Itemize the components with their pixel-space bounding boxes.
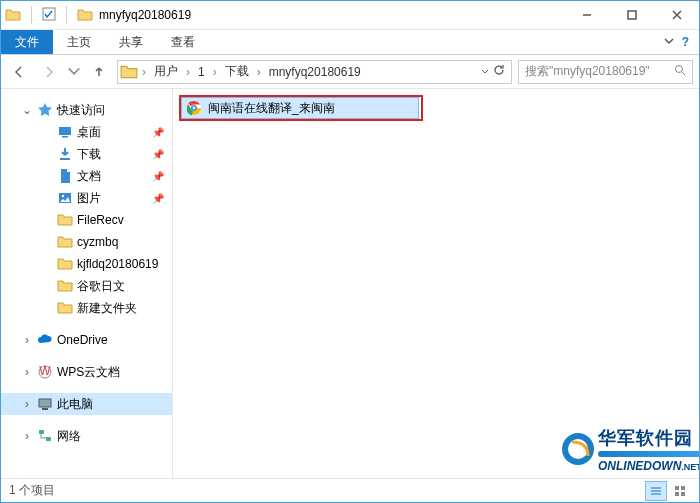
sidebar-item-label: 此电脑 [57, 396, 93, 413]
close-button[interactable] [654, 1, 699, 29]
wps-icon: W [37, 364, 53, 380]
sidebar-item-label: 网络 [57, 428, 81, 445]
sidebar-quick-access[interactable]: ⌄ 快速访问 [1, 99, 172, 121]
tab-share[interactable]: 共享 [105, 30, 157, 54]
quick-access-toolbar [1, 6, 77, 24]
tab-home[interactable]: 主页 [53, 30, 105, 54]
watermark-text-net: .NET [681, 462, 700, 472]
svg-point-11 [62, 195, 64, 197]
sidebar-item-label: 桌面 [77, 124, 101, 141]
search-icon[interactable] [674, 64, 686, 79]
svg-point-20 [193, 107, 196, 110]
sidebar-item-label: cyzmbq [77, 235, 118, 249]
forward-button[interactable] [37, 60, 61, 84]
sidebar-folder-cyzmbq[interactable]: cyzmbq [1, 231, 172, 253]
tab-view[interactable]: 查看 [157, 30, 209, 54]
chevron-down-icon[interactable] [664, 35, 674, 49]
sidebar-item-label: FileRecv [77, 213, 124, 227]
chevron-right-icon[interactable]: › [184, 65, 192, 79]
sidebar-item-label: WPS云文档 [57, 364, 120, 381]
chevron-right-icon[interactable]: › [140, 65, 148, 79]
picture-icon [57, 190, 73, 206]
watermark-text-cn: 华军软件园 [598, 426, 700, 450]
file-tab[interactable]: 文件 [1, 30, 53, 54]
pin-icon: 📌 [152, 149, 164, 160]
status-text: 1 个项目 [9, 482, 55, 499]
folder-icon [5, 7, 21, 23]
icons-view-button[interactable] [669, 481, 691, 501]
title-bar: mnyfyq20180619 [1, 1, 699, 30]
cloud-icon [37, 332, 53, 348]
sidebar-item-label: 下载 [77, 146, 101, 163]
sidebar-item-label: 文档 [77, 168, 101, 185]
folder-icon [57, 212, 73, 228]
chevron-right-icon[interactable]: › [21, 429, 33, 443]
watermark-text-en: ONLINEDOWN [598, 459, 681, 473]
details-view-button[interactable] [645, 481, 667, 501]
chevron-down-icon[interactable] [481, 65, 489, 79]
pin-icon: 📌 [152, 171, 164, 182]
chevron-right-icon[interactable]: › [21, 397, 33, 411]
sidebar-onedrive[interactable]: › OneDrive [1, 329, 172, 351]
svg-rect-9 [60, 158, 70, 160]
crumb-downloads[interactable]: 下载 [219, 63, 255, 80]
sidebar-documents[interactable]: 文档 📌 [1, 165, 172, 187]
crumb-current[interactable]: mnyfyq20180619 [263, 65, 367, 79]
watermark-logo: 华军软件园 ONLINEDOWN.NET [560, 422, 695, 476]
svg-rect-16 [39, 430, 44, 434]
svg-line-6 [682, 72, 685, 75]
breadcrumb[interactable]: › 用户 › 1 › 下载 › mnyfyq20180619 [117, 60, 512, 84]
network-icon [37, 428, 53, 444]
document-icon [57, 168, 73, 184]
sidebar-folder-filerecv[interactable]: FileRecv [1, 209, 172, 231]
chevron-down-icon[interactable]: ⌄ [21, 103, 33, 117]
maximize-button[interactable] [609, 1, 654, 29]
sidebar-pictures[interactable]: 图片 📌 [1, 187, 172, 209]
folder-icon [57, 300, 73, 316]
svg-rect-7 [59, 127, 71, 135]
folder-icon [120, 63, 138, 81]
chevron-right-icon[interactable]: › [255, 65, 263, 79]
svg-rect-14 [39, 399, 51, 407]
back-button[interactable] [7, 60, 31, 84]
pin-icon: 📌 [152, 193, 164, 204]
folder-icon [57, 256, 73, 272]
chevron-right-icon[interactable]: › [21, 333, 33, 347]
sidebar-folder-kjfldq[interactable]: kjfldq20180619 [1, 253, 172, 275]
svg-rect-26 [675, 492, 679, 496]
star-icon [37, 102, 53, 118]
minimize-button[interactable] [564, 1, 609, 29]
sidebar-wps-cloud[interactable]: › W WPS云文档 [1, 361, 172, 383]
status-bar: 1 个项目 [1, 478, 699, 502]
svg-rect-2 [628, 11, 636, 19]
recent-dropdown[interactable] [67, 60, 81, 84]
sidebar-network[interactable]: › 网络 [1, 425, 172, 447]
sidebar-desktop[interactable]: 桌面 📌 [1, 121, 172, 143]
chevron-right-icon[interactable]: › [211, 65, 219, 79]
pin-icon: 📌 [152, 127, 164, 138]
download-icon [57, 146, 73, 162]
crumb-1[interactable]: 1 [192, 65, 211, 79]
chevron-right-icon[interactable]: › [21, 365, 33, 379]
sidebar-item-label: 图片 [77, 190, 101, 207]
svg-rect-8 [62, 136, 68, 138]
sidebar-folder-newfolder[interactable]: 新建文件夹 [1, 297, 172, 319]
crumb-users[interactable]: 用户 [148, 63, 184, 80]
separator [66, 6, 67, 24]
help-icon[interactable]: ? [682, 35, 689, 49]
refresh-icon[interactable] [493, 64, 505, 79]
file-list[interactable]: 闽南语在线翻译_来闽南 [173, 89, 699, 478]
sidebar-this-pc[interactable]: › 此电脑 [1, 393, 172, 415]
window-title: mnyfyq20180619 [99, 8, 191, 22]
qat-checkbox-icon[interactable] [42, 7, 56, 24]
file-name: 闽南语在线翻译_来闽南 [208, 100, 335, 117]
sidebar-downloads[interactable]: 下载 📌 [1, 143, 172, 165]
sidebar-item-label: OneDrive [57, 333, 108, 347]
sidebar-item-label: 快速访问 [57, 102, 105, 119]
file-item[interactable]: 闽南语在线翻译_来闽南 [181, 97, 419, 119]
sidebar-folder-google-jp[interactable]: 谷歌日文 [1, 275, 172, 297]
up-button[interactable] [87, 60, 111, 84]
search-input[interactable]: 搜索"mnyfyq20180619" [518, 60, 693, 84]
folder-icon [57, 278, 73, 294]
desktop-icon [57, 124, 73, 140]
